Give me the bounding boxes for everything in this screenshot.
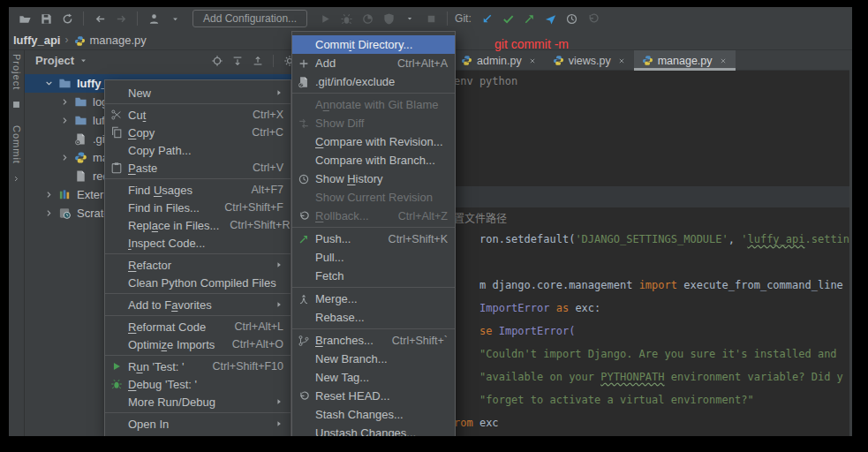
menu-item-pull[interactable]: Pull... xyxy=(292,248,455,267)
add-configuration-button[interactable]: Add Configuration... xyxy=(192,10,307,27)
stripe-commit-button[interactable]: Commit xyxy=(11,125,22,164)
menu-item-show-history[interactable]: Show History xyxy=(292,170,455,188)
save-all-icon[interactable] xyxy=(35,9,57,28)
menu-item-annotate-with-git-blame: Annotate with Git Blame xyxy=(292,95,455,114)
menu-item-commit-directory[interactable]: Commit Directory... xyxy=(292,35,455,54)
menu-item-optimize-imports[interactable]: Optimize ImportsCtrl+Alt+O xyxy=(105,335,291,353)
open-project-icon[interactable] xyxy=(14,9,35,28)
show-history-icon[interactable] xyxy=(562,9,583,28)
menu-item-find-in-files[interactable]: Find in Files...Ctrl+Shift+F xyxy=(105,199,291,216)
menu-item-label: Pull... xyxy=(315,251,344,264)
stop-icon[interactable] xyxy=(420,9,442,28)
menu-item-new-branch[interactable]: New Branch... xyxy=(292,350,455,368)
chevron-right-icon[interactable] xyxy=(11,171,21,187)
chevron-right-icon[interactable] xyxy=(57,94,72,110)
menu-item-inspect-code[interactable]: Inspect Code... xyxy=(105,234,291,252)
menu-item-reformat-code[interactable]: Reformat CodeCtrl+Alt+L xyxy=(105,318,291,335)
rollback-icon[interactable] xyxy=(583,9,604,28)
close-icon[interactable] xyxy=(719,56,728,65)
menu-item-shortcut: Ctrl+Shift+F10 xyxy=(201,360,283,373)
menu-item-new-tag[interactable]: New Tag... xyxy=(292,368,455,387)
coverage-icon[interactable] xyxy=(378,9,399,28)
stripe-project-button[interactable]: Project xyxy=(11,54,22,90)
expand-all-icon[interactable] xyxy=(227,51,247,71)
run-configuration-icon[interactable] xyxy=(143,9,164,28)
chevron-down-icon[interactable] xyxy=(41,76,57,92)
close-icon[interactable] xyxy=(528,56,537,65)
sync-icon[interactable] xyxy=(57,9,78,28)
menu-item-paste[interactable]: PasteCtrl+V xyxy=(105,159,291,177)
profiler-icon[interactable] xyxy=(357,9,378,28)
menu-item-label: Stash Changes... xyxy=(315,408,404,421)
debug-icon[interactable] xyxy=(336,9,357,28)
breadcrumb-project[interactable]: luffy_api xyxy=(13,34,60,47)
chevron-down-icon[interactable] xyxy=(164,9,185,28)
menu-item-git-info-exclude[interactable]: .git/info/exclude xyxy=(292,72,455,91)
chevron-down-icon[interactable] xyxy=(399,9,420,28)
tab-views-py[interactable]: views.py xyxy=(545,50,634,71)
clock-icon xyxy=(296,172,312,186)
menu-item-label: Find in Files... xyxy=(128,201,200,215)
code-line: m django.core.management import execute_… xyxy=(479,279,843,291)
tool-window-icon[interactable] xyxy=(11,97,21,113)
menu-separator xyxy=(105,355,291,356)
push-icon[interactable] xyxy=(519,9,540,28)
frame-mask xyxy=(0,436,868,452)
menu-item-merge[interactable]: Merge... xyxy=(292,290,455,308)
tab-admin-py[interactable]: admin.py xyxy=(453,50,545,71)
project-panel-title[interactable]: Project xyxy=(35,54,74,67)
code-line: ImportError as exc: xyxy=(479,302,600,314)
external-libs-icon xyxy=(57,187,72,203)
chevron-right-icon[interactable] xyxy=(57,113,72,129)
run-icon[interactable] xyxy=(314,9,336,28)
menu-item-copy-path[interactable]: Copy Path... xyxy=(105,141,291,159)
menu-item-stash-changes[interactable]: Stash Changes... xyxy=(292,405,455,424)
menu-item-reset-head[interactable]: Reset HEAD... xyxy=(292,387,455,405)
breadcrumb-file[interactable]: manage.py xyxy=(89,34,146,47)
back-icon[interactable] xyxy=(89,9,110,28)
menu-item-shortcut: Ctrl+Shift+F xyxy=(214,201,283,214)
tab-manage-py[interactable]: manage.py xyxy=(634,50,736,71)
frame-mask xyxy=(852,0,868,452)
chevron-right-icon[interactable] xyxy=(57,150,72,166)
icon-spacer xyxy=(109,275,125,290)
menu-item-push[interactable]: Push...Ctrl+Shift+K xyxy=(292,230,455,248)
menu-item-fetch[interactable]: Fetch xyxy=(292,267,455,285)
menu-item-rebase[interactable]: Rebase... xyxy=(292,308,455,327)
menu-item-clean-python-compiled-files[interactable]: Clean Python Compiled Files xyxy=(105,274,291,291)
menu-item-debug-test[interactable]: Debug 'Test: ' xyxy=(105,375,291,393)
menu-item-cut[interactable]: CutCtrl+X xyxy=(105,106,291,124)
close-icon[interactable] xyxy=(617,56,626,65)
collapse-all-icon[interactable] xyxy=(247,51,268,71)
menu-item-add-to-favorites[interactable]: Add to Favorites xyxy=(105,296,291,313)
menu-item-label: Show Diff xyxy=(315,117,364,130)
menu-item-compare-with-revision[interactable]: Compare with Revision... xyxy=(292,132,455,151)
menu-item-refactor[interactable]: Refactor xyxy=(105,256,291,274)
exclude-file-icon xyxy=(296,75,312,89)
chevron-right-icon[interactable] xyxy=(41,187,57,203)
menu-item-open-in[interactable]: Open In xyxy=(105,415,291,433)
code-area[interactable]: env python置文件路径ron.setdefault('DJANGO_SE… xyxy=(453,71,849,436)
menu-item-add[interactable]: AddCtrl+Alt+A xyxy=(292,54,455,72)
tab-label: manage.py xyxy=(658,55,713,67)
locate-icon[interactable] xyxy=(207,51,227,71)
menu-item-new[interactable]: New xyxy=(105,84,291,102)
forward-icon[interactable] xyxy=(110,9,132,28)
menu-item-more-run-debug[interactable]: More Run/Debug xyxy=(105,393,291,411)
menu-item-replace-in-files[interactable]: Replace in Files...Ctrl+Shift+R xyxy=(105,216,291,234)
menu-item-copy[interactable]: CopyCtrl+C xyxy=(105,124,291,141)
code-line: "forget to activate a virtual environmen… xyxy=(479,394,754,406)
update-project-icon[interactable] xyxy=(477,9,498,28)
play-green-icon xyxy=(109,359,125,373)
menu-item-branches[interactable]: Branches...Ctrl+Shift+` xyxy=(292,331,455,350)
python-icon xyxy=(461,55,472,66)
menu-item-compare-with-branch[interactable]: Compare with Branch... xyxy=(292,151,455,170)
undo-icon xyxy=(296,209,312,223)
commit-icon[interactable] xyxy=(498,9,519,28)
menu-item-shortcut: Ctrl+C xyxy=(241,126,283,139)
chevron-right-icon[interactable] xyxy=(41,206,57,222)
cherry-pick-icon[interactable] xyxy=(540,9,562,28)
menu-item-run-test[interactable]: Run 'Test: 'Ctrl+Shift+F10 xyxy=(105,358,291,375)
git-submenu: Commit Directory...AddCtrl+Alt+A.git/inf… xyxy=(291,31,456,447)
menu-item-find-usages[interactable]: Find UsagesAlt+F7 xyxy=(105,181,291,199)
